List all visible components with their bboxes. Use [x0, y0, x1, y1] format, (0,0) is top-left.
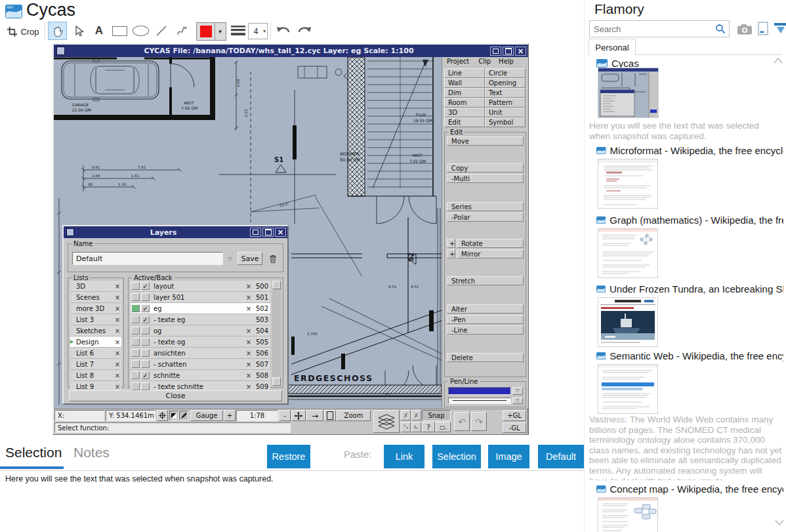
rectangle-tool-button[interactable] [109, 22, 130, 40]
list-delete[interactable]: × [114, 327, 121, 335]
layer-set-name-field[interactable]: Default [72, 252, 223, 265]
menu-line[interactable]: Line [444, 68, 485, 78]
edit-line-button[interactable]: -Line [447, 325, 524, 335]
origin-button[interactable] [157, 410, 168, 421]
layer-active-toggle[interactable] [131, 293, 140, 301]
line-style-dropdown[interactable]: ▽ [512, 398, 523, 404]
layer-active-toggle[interactable] [131, 371, 140, 379]
tab-personal[interactable]: Personal [589, 39, 636, 55]
cad-close-button[interactable]: × [515, 47, 526, 56]
zoom-button[interactable]: Zoom [337, 410, 371, 421]
edit-series-button[interactable]: Series [447, 202, 524, 211]
menu-3d[interactable]: 3D [444, 108, 485, 117]
menu-room[interactable]: Room [444, 98, 485, 108]
list-item[interactable]: Sketches× [70, 325, 121, 337]
page-button[interactable] [324, 410, 336, 421]
cad-restore-button[interactable] [503, 47, 514, 56]
close-button[interactable]: Close [69, 390, 282, 401]
save-button[interactable]: Save [238, 252, 262, 265]
cad-undo-button[interactable]: ↶ [454, 412, 470, 431]
snapshot-thumbnail[interactable] [598, 159, 658, 209]
layers-window-icon[interactable] [66, 228, 74, 236]
size-dropdown[interactable]: 4 ▾ [248, 23, 268, 39]
pan-tool-button[interactable] [48, 22, 67, 40]
gl-plus-button[interactable]: +GL [503, 410, 526, 421]
menu-opening[interactable]: Opening [485, 78, 526, 88]
layers-restore-button[interactable] [262, 228, 274, 237]
snap-perp-button[interactable]: ∟ [411, 422, 421, 432]
menu-symbol[interactable]: Symbol [485, 117, 526, 127]
paste-image-button[interactable]: Image [488, 445, 529, 468]
edit-pen-button[interactable]: -Pen [447, 315, 524, 324]
list-item[interactable]: more 3D× [70, 303, 121, 314]
scroll-down-chevron[interactable] [775, 520, 784, 525]
list-delete[interactable]: × [114, 283, 121, 290]
layer-row[interactable]: og×504 [131, 325, 270, 337]
list-item-selected[interactable]: ▶Design× [70, 337, 121, 348]
scroll-up-button[interactable]: ⟋ [272, 281, 281, 289]
snapshot-item-title-row[interactable]: Microformat - Wikipedia, the free encycl… [596, 145, 783, 156]
layer-active-toggle[interactable] [131, 304, 140, 312]
list-item[interactable]: List 7× [70, 359, 121, 370]
layer-delete[interactable]: × [245, 361, 253, 368]
list-item[interactable]: Scenes× [70, 292, 121, 303]
edit-rotate-plus-button[interactable]: + [447, 239, 455, 248]
menu-unit[interactable]: Unit [485, 108, 526, 117]
search-input[interactable] [590, 24, 715, 35]
edit-move-button[interactable]: Move [447, 136, 524, 146]
tab-selection[interactable]: Selection [5, 445, 62, 460]
list-delete[interactable]: × [114, 294, 121, 301]
name-dropdown-arrow[interactable]: ▽ [224, 252, 236, 265]
layer-check-toggle[interactable] [141, 349, 150, 357]
line-width-button[interactable] [230, 22, 247, 39]
layer-check-toggle[interactable] [141, 360, 150, 368]
paste-default-button[interactable]: Default [538, 445, 584, 468]
delete-set-button[interactable] [266, 252, 279, 265]
crop-button[interactable]: Crop [4, 24, 42, 39]
snapshot-thumbnail[interactable] [598, 68, 659, 118]
pen-color-dropdown[interactable]: ▽ [512, 387, 523, 395]
menu-dim[interactable]: Dim [444, 88, 485, 98]
menu-wall[interactable]: Wall [444, 78, 485, 88]
snapshot-title[interactable]: Concept map - Wikipedia, the free encycl… [610, 483, 784, 495]
menu-help[interactable]: Help [499, 58, 514, 67]
layer-active-toggle[interactable] [131, 316, 140, 323]
freehand-tool-button[interactable] [172, 22, 192, 40]
snap-settings-button[interactable]: □, [436, 422, 451, 432]
cad-minimize-button[interactable] [490, 47, 501, 56]
menu-pattern[interactable]: Pattern [485, 98, 526, 108]
layer-delete[interactable]: × [245, 294, 253, 301]
layers-button[interactable] [373, 410, 400, 433]
edit-stretch-button[interactable]: Stretch [447, 276, 524, 285]
list-item[interactable]: List 6× [70, 348, 121, 359]
edit-copy-button[interactable]: Copy [447, 163, 524, 173]
snapshot-title[interactable]: Semantic Web - Wikipedia, the free encyc… [610, 350, 783, 361]
snapshot-item-title-row[interactable]: Semantic Web - Wikipedia, the free encyc… [596, 350, 783, 361]
layer-check-toggle[interactable]: ✓ [141, 371, 150, 379]
layer-delete[interactable]: × [245, 372, 253, 379]
list-delete[interactable]: × [114, 361, 121, 368]
list-delete[interactable]: × [114, 350, 121, 357]
color-swatch[interactable] [197, 23, 215, 40]
layer-delete[interactable]: × [245, 350, 253, 357]
layer-check-toggle[interactable] [141, 382, 150, 390]
layer-row[interactable]: layer 501×501 [131, 292, 270, 303]
layer-active-toggle[interactable] [131, 327, 140, 335]
layer-delete[interactable]: × [245, 305, 253, 312]
layer-check-toggle[interactable]: ✓ [141, 282, 150, 290]
snapshot-title[interactable]: Under Frozen Tundra, an Icebreaking Ship… [610, 283, 783, 295]
edit-multi-button[interactable]: -Multi [447, 174, 524, 183]
edit-rotate-button[interactable]: Rotate [457, 239, 524, 248]
layer-active-toggle[interactable] [131, 282, 140, 290]
layer-active-toggle[interactable] [131, 338, 140, 346]
undo-button[interactable] [274, 22, 293, 40]
restore-button[interactable]: Restore [267, 445, 310, 468]
snapshot-thumbnail[interactable] [598, 297, 658, 347]
edit-delete-button[interactable]: Delete [447, 353, 524, 362]
layer-delete[interactable]: × [245, 383, 253, 390]
layer-row-selected[interactable]: ✓eg×502 [131, 303, 270, 314]
cad-titlebar[interactable]: CYCAS File: /banana/TODAY/whs_tall_12.cy… [54, 45, 527, 57]
document-icon[interactable] [758, 22, 768, 35]
gauge-button[interactable]: Gauge [190, 410, 223, 421]
list-item[interactable]: 3D× [70, 281, 121, 292]
